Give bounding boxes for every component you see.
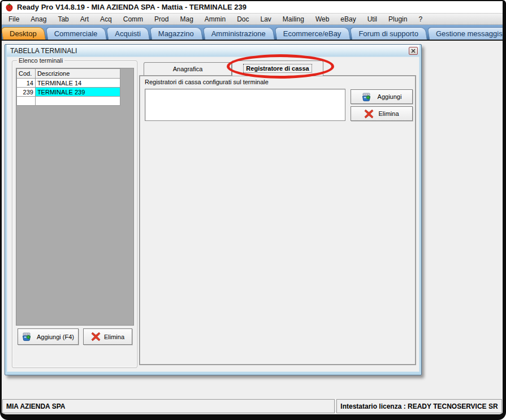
menu-tab[interactable]: Tab (52, 14, 74, 24)
terminal-buttons-row: Aggiungi (F4) Elimina (12, 328, 138, 345)
red-x-icon (364, 109, 374, 119)
menu-plugin[interactable]: Plugin (383, 14, 413, 24)
menu-help[interactable]: ? (413, 14, 428, 24)
cash-registers-label: Registratori di cassa configurati sul te… (145, 79, 269, 85)
delete-terminal-label: Elimina (104, 334, 124, 340)
strawberry-app-icon (5, 3, 14, 12)
tab-gestione-messaggistica[interactable]: Gestione messaggistica (429, 27, 506, 40)
table-row-selected[interactable]: 239 TERMINALE 239 (17, 88, 120, 97)
title-bar: Ready Pro V14.8.19 - MIA AZIENDA SPA - M… (2, 1, 503, 14)
menu-acq[interactable]: Acq (94, 14, 118, 24)
add-register-button[interactable]: Aggiungi (351, 89, 413, 104)
close-icon[interactable] (409, 47, 418, 55)
cash-register-add-icon (362, 92, 373, 102)
tab-amministrazione[interactable]: Amministrazione (205, 27, 275, 40)
status-license: Intestatario licenza : READY TECNOSERVIC… (336, 399, 502, 413)
tabella-terminali-window: TABELLA TERMINALI Elenco terminali Cod. (5, 44, 422, 375)
menu-util[interactable]: Util (362, 14, 383, 24)
app-title: Ready Pro V14.8.19 - MIA AZIENDA SPA - M… (17, 3, 246, 11)
menu-prod[interactable]: Prod (149, 14, 174, 24)
menu-lav[interactable]: Lav (255, 14, 277, 24)
tab-acquisti[interactable]: Acquisti (108, 27, 150, 40)
delete-register-button[interactable]: Elimina (351, 106, 413, 121)
table-row-empty[interactable] (17, 97, 120, 106)
tab-desktop[interactable]: Desktop (3, 27, 46, 40)
tab-commerciale[interactable]: Commerciale (47, 27, 107, 40)
module-tab-bar: Desktop Commerciale Acquisti Magazzino A… (2, 25, 503, 40)
red-x-icon (91, 332, 101, 341)
column-header-cod[interactable]: Cod. (17, 69, 36, 79)
menu-art[interactable]: Art (75, 14, 94, 24)
status-bar: MIA AZIENDA SPA Intestatario licenza : R… (2, 398, 503, 414)
menu-ebay[interactable]: eBay (335, 14, 361, 24)
menu-ammin[interactable]: Ammin (199, 14, 231, 24)
company-name: MIA AZIENDA SPA (6, 402, 65, 410)
terminals-groupbox: Elenco terminali Cod. Descrizione 14 TER… (12, 60, 137, 368)
tab-anagrafica[interactable]: Anagrafica (144, 62, 232, 75)
registratore-tab-page: Registratori di cassa configurati sul te… (139, 75, 416, 365)
cash-register-add-icon (22, 332, 33, 341)
tab-anagrafica-label: Anagrafica (173, 66, 203, 72)
application-window: Ready Pro V14.8.19 - MIA AZIENDA SPA - M… (0, 0, 506, 420)
menu-doc[interactable]: Doc (231, 14, 254, 24)
table-row[interactable]: 14 TERMINALE 14 (17, 79, 120, 88)
license-holder: Intestatario licenza : READY TECNOSERVIC… (340, 402, 498, 410)
workspace: TABELLA TERMINALI Elenco terminali Cod. (2, 40, 503, 397)
terminals-group-label: Elenco terminali (17, 57, 64, 64)
delete-register-label: Elimina (378, 110, 399, 117)
table-header-row: Cod. Descrizione (17, 69, 120, 79)
terminals-table: Cod. Descrizione 14 TERMINALE 14 239 TER… (16, 68, 120, 106)
menu-mag[interactable]: Mag (174, 14, 198, 24)
add-register-label: Aggiungi (378, 93, 402, 100)
menu-web[interactable]: Web (310, 14, 335, 24)
column-header-descrizione[interactable]: Descrizione (35, 69, 120, 79)
status-company: MIA AZIENDA SPA (2, 399, 335, 413)
dialog-body: Elenco terminali Cod. Descrizione 14 TER… (7, 57, 419, 372)
cash-registers-listbox[interactable] (145, 89, 345, 121)
menu-mailing[interactable]: Mailing (277, 14, 310, 24)
menu-bar: File Anag Tab Art Acq Comm Prod Mag Ammi… (2, 14, 503, 25)
delete-terminal-button[interactable]: Elimina (83, 328, 132, 345)
tab-registratore-di-cassa[interactable]: Registratore di cassa (232, 60, 323, 76)
tab-forum-di-supporto[interactable]: Forum di supporto (352, 27, 427, 40)
add-terminal-button[interactable]: Aggiungi (F4) (18, 328, 79, 345)
terminals-grid[interactable]: Cod. Descrizione 14 TERMINALE 14 239 TER… (16, 68, 134, 326)
dialog-title-bar[interactable]: TABELLA TERMINALI (7, 45, 419, 57)
dialog-title: TABELLA TERMINALI (10, 47, 77, 55)
tab-ecommerce-ebay[interactable]: Ecommerce/eBay (276, 27, 351, 40)
tab-registratore-label: Registratore di cassa (243, 64, 312, 73)
tab-magazzino[interactable]: Magazzino (152, 27, 203, 40)
menu-anag[interactable]: Anag (25, 14, 52, 24)
menu-comm[interactable]: Comm (118, 14, 149, 24)
add-terminal-label: Aggiungi (F4) (37, 334, 74, 340)
menu-file[interactable]: File (3, 14, 25, 24)
